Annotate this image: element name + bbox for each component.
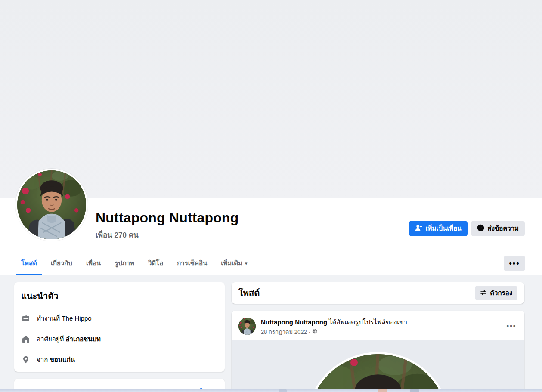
cover-photo-area[interactable]	[0, 0, 542, 198]
post-date-link[interactable]: 28 กรกฎาคม 2022	[261, 327, 307, 336]
intro-title: แนะนำตัว	[21, 289, 218, 303]
main-content: แนะนำตัว ทำงานที่ The Hippo	[14, 282, 528, 392]
posts-panel-title: โพสต์	[238, 286, 260, 300]
post-photo-area[interactable]	[232, 340, 524, 392]
intro-card: แนะนำตัว ทำงานที่ The Hippo	[14, 282, 225, 372]
left-column: แนะนำตัว ทำงานที่ The Hippo	[14, 282, 225, 392]
intro-lives-text: อาศัยอยู่ที่ อำเภอชนบท	[37, 334, 101, 344]
send-message-label: ส่งข้อความ	[487, 223, 519, 234]
tab-about[interactable]: เกี่ยวกับ	[44, 251, 79, 275]
page-title: Nuttapong Nuttapong	[96, 210, 239, 226]
chevron-down-icon: ▾	[245, 261, 248, 266]
tab-posts[interactable]: โพสต์	[14, 251, 44, 275]
post-profile-photo[interactable]	[306, 352, 450, 392]
location-pin-icon	[21, 355, 31, 364]
windows-taskbar-edge[interactable]	[0, 389, 542, 392]
ellipsis-icon: •••	[507, 324, 517, 328]
taskbar-app-hint	[378, 389, 387, 392]
filters-icon	[480, 289, 487, 297]
taskbar-app-hint	[410, 389, 419, 392]
posts-panel-header: โพสต์ ตัวกรอง	[232, 282, 524, 304]
taskbar-app-hint	[279, 389, 287, 392]
post-card: Nuttapong Nuttapong ได้อัพเดตรูปโปรไฟล์ข…	[232, 311, 524, 392]
send-message-button[interactable]: ส่งข้อความ	[471, 221, 525, 236]
add-friend-label: เพิ่มเป็นเพื่อน	[425, 223, 461, 234]
profile-tabbar: โพสต์ เกี่ยวกับ เพื่อน รูปภาพ วิดีโอ การ…	[14, 251, 527, 275]
right-column: โพสต์ ตัวกรอง	[232, 282, 524, 392]
globe-icon	[312, 329, 317, 335]
intro-work-text: ทำงานที่ The Hippo	[37, 313, 92, 324]
post-meta: 28 กรกฎาคม 2022 ·	[261, 327, 517, 336]
post-title: Nuttapong Nuttapong ได้อัพเดตรูปโปรไฟล์ข…	[261, 318, 517, 326]
name-block: Nuttapong Nuttapong เพื่อน 270 คน	[96, 210, 239, 241]
tab-more[interactable]: เพิ่มเติม ▾	[214, 251, 254, 275]
post-menu-button[interactable]: •••	[504, 318, 519, 334]
intro-from-text: จาก ขอนแก่น	[37, 355, 75, 365]
from-place-link[interactable]: ขอนแก่น	[50, 356, 75, 363]
tab-friends[interactable]: เพื่อน	[79, 251, 108, 275]
intro-from-row: จาก ขอนแก่น	[21, 355, 218, 365]
post-action: ได้อัพเดตรูปโปรไฟล์ของเขา	[329, 318, 407, 326]
lives-place-link[interactable]: อำเภอชนบท	[66, 335, 101, 343]
tab-videos[interactable]: วิดีโอ	[141, 251, 170, 275]
ellipsis-icon: •••	[509, 261, 520, 265]
posts-filter-label: ตัวกรอง	[490, 288, 512, 298]
friends-count[interactable]: เพื่อน 270 คน	[96, 229, 239, 241]
add-friend-button[interactable]: เพิ่มเป็นเพื่อน	[409, 221, 468, 236]
profile-picture[interactable]	[15, 169, 88, 241]
messenger-icon	[477, 224, 484, 233]
intro-work-row: ทำงานที่ The Hippo	[21, 313, 218, 324]
tab-photos[interactable]: รูปภาพ	[108, 251, 141, 275]
post-author-link[interactable]: Nuttapong Nuttapong	[261, 318, 327, 326]
tab-overflow-button[interactable]: •••	[504, 256, 525, 271]
home-icon	[21, 334, 31, 344]
briefcase-icon	[21, 314, 31, 323]
tab-checkins[interactable]: การเช็คอิน	[170, 251, 214, 275]
add-friend-icon	[415, 224, 422, 233]
facebook-profile-page: Nuttapong Nuttapong เพื่อน 270 คน เพิ่มเ…	[0, 0, 542, 392]
post-author-avatar[interactable]	[238, 318, 256, 335]
intro-lives-row: อาศัยอยู่ที่ อำเภอชนบท	[21, 334, 218, 344]
posts-filter-button[interactable]: ตัวกรอง	[475, 286, 517, 300]
meta-separator: ·	[309, 329, 310, 335]
profile-actions: เพิ่มเป็นเพื่อน ส่งข้อความ	[409, 221, 525, 236]
post-header: Nuttapong Nuttapong ได้อัพเดตรูปโปรไฟล์ข…	[232, 311, 524, 340]
